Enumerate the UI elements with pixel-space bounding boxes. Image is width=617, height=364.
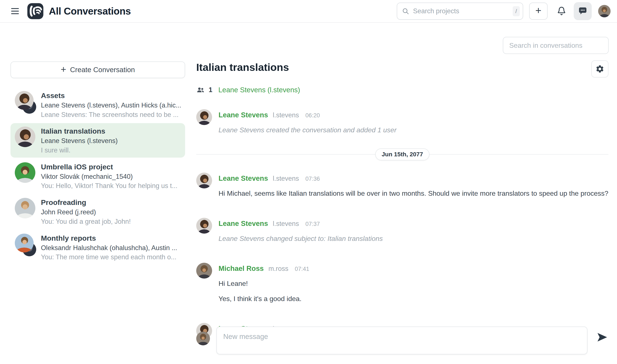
notifications-button[interactable] (556, 5, 567, 17)
plus-icon: + (61, 64, 66, 75)
conversation-item-assets[interactable]: Assets Leane Stevens (l.stevens), Austin… (11, 88, 185, 122)
conversations-button-active[interactable] (574, 2, 592, 20)
bell-icon (556, 5, 567, 17)
message-author[interactable]: Michael Ross (218, 264, 264, 273)
message-author[interactable]: Leane Stevens (218, 111, 268, 119)
new-message-input[interactable] (216, 326, 588, 354)
search-in-conversations-input[interactable] (503, 37, 609, 54)
message: Leane Stevens l.stevens 07:37 Leane Stev… (196, 218, 608, 244)
conversation-last-message: You: You did a great job, John! (41, 218, 131, 225)
conversation-title: Assets (41, 91, 181, 100)
avatar (15, 162, 35, 183)
conversation-title: Italian translations (41, 127, 118, 135)
message: Leane Stevens l.stevens 06:20 Leane Stev… (196, 109, 608, 135)
send-message-button[interactable] (596, 331, 608, 344)
chat-bubble-icon (578, 6, 588, 16)
message-time: 06:20 (305, 112, 320, 119)
user-avatar[interactable] (598, 5, 611, 17)
message-author[interactable]: Leane Stevens (218, 174, 268, 182)
message-text: Yes, I think it's a good idea. (218, 294, 309, 304)
conversation-item-monthly-reports[interactable]: Monthly reports Oleksandr Halushchak (oh… (11, 230, 185, 264)
avatar (15, 127, 35, 147)
create-new-button[interactable]: + (529, 2, 548, 20)
page-title: All Conversations (49, 5, 131, 17)
conversation-members: Leane Stevens (l.stevens) (41, 137, 118, 145)
participants-count: 1 (209, 86, 212, 94)
conversation-heading: Italian translations (196, 61, 289, 73)
app-logo-icon (27, 3, 44, 19)
conversation-members: Viktor Slovák (mechanic_1540) (41, 173, 177, 181)
participants-names-link[interactable]: Leane Stevens (l.stevens) (218, 86, 300, 94)
create-conversation-label: Create Conversation (70, 66, 135, 74)
message-time: 07:36 (305, 176, 320, 182)
conversation-members: Leane Stevens (l.stevens), Austin Hicks … (41, 102, 181, 109)
message-text: Hi Michael, seems like Italian translati… (218, 188, 608, 198)
message: Michael Ross m.ross 07:41 Hi Leane! Yes,… (196, 263, 608, 304)
conversation-last-message: You: The more time we spend each month o… (41, 253, 177, 261)
message-username: l.stevens (273, 175, 299, 182)
conversation-members: Oleksandr Halushchak (ohalushcha), Austi… (41, 244, 177, 252)
keyboard-shortcut-badge: / (513, 6, 520, 16)
avatar (196, 173, 212, 188)
message-composer (196, 326, 608, 354)
send-icon (596, 331, 608, 343)
conversation-settings-button[interactable] (591, 60, 608, 78)
search-projects-input[interactable] (413, 7, 509, 15)
search-icon (402, 8, 409, 15)
avatar (196, 218, 212, 234)
message-username: l.stevens (273, 111, 299, 119)
conversation-title: Umbrella iOS project (41, 163, 177, 171)
conversation-title: Proofreading (41, 198, 131, 207)
avatar (196, 263, 212, 279)
conversation-item-proofreading[interactable]: Proofreading John Reed (j.reed) You: You… (11, 195, 185, 229)
avatar-group (15, 234, 35, 254)
conversation-last-message: Leane Stevens: The screenshots need to b… (41, 111, 181, 119)
create-conversation-button[interactable]: + Create Conversation (11, 62, 185, 78)
participants-row: 1 Leane Stevens (l.stevens) (196, 86, 608, 94)
conversations-sidebar: + Create Conversation Assets Leane Steve… (11, 62, 185, 264)
gear-icon (595, 65, 604, 73)
avatar (196, 109, 212, 125)
avatar (15, 198, 35, 218)
system-message-text: Leane Stevens created the conversation a… (218, 125, 397, 135)
conversation-last-message: You: Hello, Viktor! Thank You for helpin… (41, 182, 177, 190)
hamburger-menu-icon[interactable] (11, 8, 19, 14)
date-divider-label: Jun 15th, 2077 (375, 148, 429, 160)
current-user-avatar (196, 332, 210, 345)
conversation-item-umbrella-ios-project[interactable]: Umbrella iOS project Viktor Slovák (mech… (11, 159, 185, 193)
message-time: 07:41 (295, 266, 309, 272)
date-divider: Jun 15th, 2077 (196, 154, 608, 155)
message-list: Leane Stevens l.stevens 06:20 Leane Stev… (196, 109, 608, 349)
chat-app: All Conversations / + (0, 0, 617, 364)
conversation-members: John Reed (j.reed) (41, 208, 131, 216)
conversation-last-message: I sure will. (41, 146, 118, 154)
avatar-group (15, 91, 35, 112)
message: Leane Stevens l.stevens 07:36 Hi Michael… (196, 173, 608, 198)
conversation-item-italian-translations-selected[interactable]: Italian translations Leane Stevens (l.st… (11, 123, 185, 157)
search-projects-box: / (397, 2, 523, 20)
top-bar: All Conversations / + (0, 0, 617, 23)
system-message-text: Leane Stevens changed subject to: Italia… (218, 234, 383, 244)
message-username: m.ross (268, 265, 288, 273)
message-author[interactable]: Leane Stevens (218, 220, 268, 228)
conversation-list: Assets Leane Stevens (l.stevens), Austin… (11, 88, 185, 264)
conversation-panel: Italian translations 1 Leane Stevens (l.… (196, 60, 608, 364)
message-time: 07:37 (305, 221, 320, 227)
message-username: l.stevens (273, 220, 299, 228)
message-text: Hi Leane! (218, 279, 309, 288)
search-in-conversations-box (503, 37, 609, 54)
participants-icon (196, 86, 205, 94)
conversation-title: Monthly reports (41, 234, 177, 242)
